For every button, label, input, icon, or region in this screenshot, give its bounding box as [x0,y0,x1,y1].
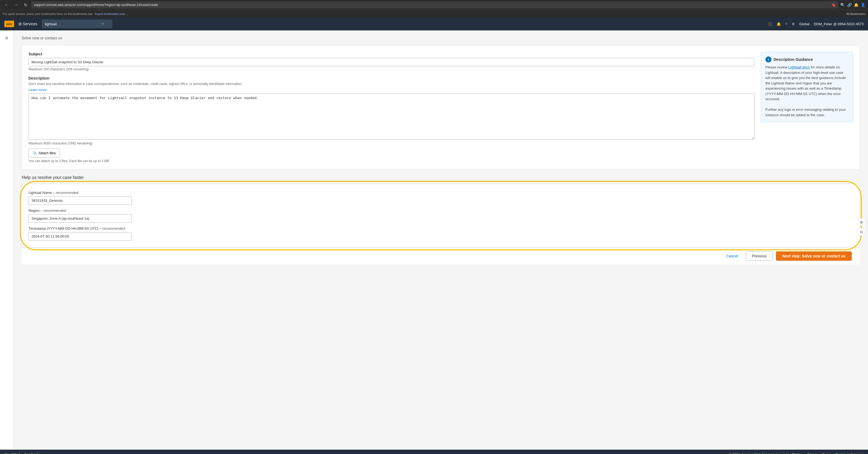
guidance-text-2: for more details on Lightsail. A descrip… [766,65,846,101]
resolve-card: Lightsail Name – recommended Region – re… [22,184,860,247]
all-bookmarks-label: All Bookmarks [846,12,865,16]
main-wrapper: ≡ Solve now or contact us Subject Maximu… [0,30,868,450]
description-char-count: Maximum 8000 characters (7892 remaining) [29,141,754,145]
services-label: Services [23,22,37,26]
grid-icon: ⊞ [19,22,22,26]
subject-label: Subject [29,52,754,56]
subject-char-count: Maximum 250 characters (206 remaining) [29,67,754,71]
terminal-icon[interactable]: ⬛ [768,22,772,26]
guidance-title: i Description Guidance [766,56,848,62]
attach-hint: You can attach up to 3 files. Each file … [29,159,754,163]
sidebar-toggle[interactable]: ≡ [3,33,10,43]
lightsail-name-recommended: recommended [56,191,78,195]
copyright-text: © 2024, Amazon Web Services, Inc. or its… [729,453,803,454]
timestamp-recommended: recommended [102,226,125,230]
aws-nav-right: ⬛ 🔔 ? ⚙ Global DDM_Peter @ 0954-5032-457… [768,22,864,26]
region-input[interactable] [29,214,132,223]
right-column: i Description Guidance Please review Lig… [761,52,853,122]
two-col-layout: Subject Maximum 250 characters (206 rema… [29,52,853,163]
bookmarks-hint: For quick access, place your bookmarks h… [3,12,93,16]
guidance-text-3: Further any logs or error messaging rela… [766,108,846,117]
subject-input[interactable] [29,58,754,66]
help-icon[interactable]: ? [785,22,787,26]
timestamp-input[interactable] [29,232,132,240]
user-label[interactable]: DDM_Peter @ 0954-5032-4573 [814,22,864,26]
aws-nav: aws ⊞ Services ✕ ⬛ 🔔 ? ⚙ Global DDM_Pete… [0,18,868,30]
learn-more-link[interactable]: Learn more [29,88,46,92]
guidance-box: i Description Guidance Please review Lig… [761,52,853,122]
region-recommended: recommended [44,208,66,212]
paperclip-icon: 📎 [33,151,37,155]
map-plus-icon[interactable]: ⊕ [858,218,865,226]
zoom-icon: 🔍 [840,3,845,7]
share-icon: 🔗 [847,3,852,7]
services-menu[interactable]: ⊞ Services [19,22,37,26]
footer: CloudShell Feedback © 2024, Amazon Web S… [0,450,868,454]
back-button[interactable]: ← [3,2,10,8]
subject-description-card: Subject Maximum 250 characters (206 rema… [22,45,860,170]
terms-link[interactable]: Terms [822,453,831,454]
notification-icon: 🔔 [854,3,859,7]
aws-logo: aws [4,21,14,27]
attach-files-button[interactable]: 📎 Attach files [29,148,60,158]
profile-icon: 👤 [861,3,865,7]
cancel-button[interactable]: Cancel [722,252,742,260]
left-column: Subject Maximum 250 characters (206 rema… [29,52,754,163]
page-breadcrumb: Solve now or contact us [22,36,860,40]
search-clear-icon[interactable]: ✕ [101,22,104,26]
bell-icon[interactable]: 🔔 [777,22,781,26]
right-side-icons: ⊕ ⊖ [858,218,865,236]
resolve-section: Help us resolve your case faster Lightsa… [22,175,860,247]
description-section: Description Don't share any sensitive in… [29,76,754,145]
sidebar: ≡ [0,30,13,450]
privacy-link[interactable]: Privacy [807,453,818,454]
attach-files-label: Attach files [38,151,56,155]
bottom-nav: Cancel Previous Next step: Solve now or … [22,247,860,264]
lightsail-name-label: Lightsail Name – recommended [29,191,853,195]
previous-button[interactable]: Previous [746,251,773,261]
bookmarks-bar: For quick access, place your bookmarks h… [0,10,868,18]
footer-left: CloudShell Feedback [4,453,39,454]
map-minus-icon[interactable]: ⊖ [858,228,865,236]
guidance-title-text: Description Guidance [774,57,813,62]
clear-icon: 🔖 [831,3,836,7]
guidance-text-1: Please review [766,65,787,69]
description-label: Description [29,76,754,80]
lightsail-name-input[interactable] [29,196,132,205]
footer-right: © 2024, Amazon Web Services, Inc. or its… [729,453,864,454]
info-icon: i [766,56,771,62]
url-bar[interactable] [31,1,838,8]
refresh-button[interactable]: ↻ [22,2,29,8]
region-field-label: Region – recommended [29,208,853,212]
timestamp-label: Timestamp (YYYY-MM-DD HH:MM:SS UTC) – re… [29,226,853,230]
lightsail-docs-link[interactable]: Lightsail docs [788,65,810,69]
resolve-title: Help us resolve your case faster [22,175,860,180]
region-label[interactable]: Global [799,22,810,26]
forward-button[interactable]: → [12,2,20,8]
content-area: Solve now or contact us Subject Maximum … [13,30,868,450]
description-textarea[interactable]: How can I automate the movement for Ligh… [29,93,754,140]
settings-icon[interactable]: ⚙ [792,22,795,26]
import-bookmarks-link[interactable]: Import bookmarks now ... [95,12,128,16]
browser-chrome: ← → ↻ 🔖 🔍 🔗 🔔 👤 [0,0,868,10]
feedback-label[interactable]: Feedback [24,453,39,454]
guidance-text: Please review Lightsail docs for more de… [766,65,848,118]
cookie-link[interactable]: Cookie preferences [835,453,864,454]
next-step-button[interactable]: Next step: Solve now or contact us [776,251,852,261]
browser-icons: 🔍 🔗 🔔 👤 [840,3,865,7]
description-hint: Don't share any sensitive information in… [29,82,754,86]
cloudshell-label[interactable]: CloudShell [4,453,20,454]
